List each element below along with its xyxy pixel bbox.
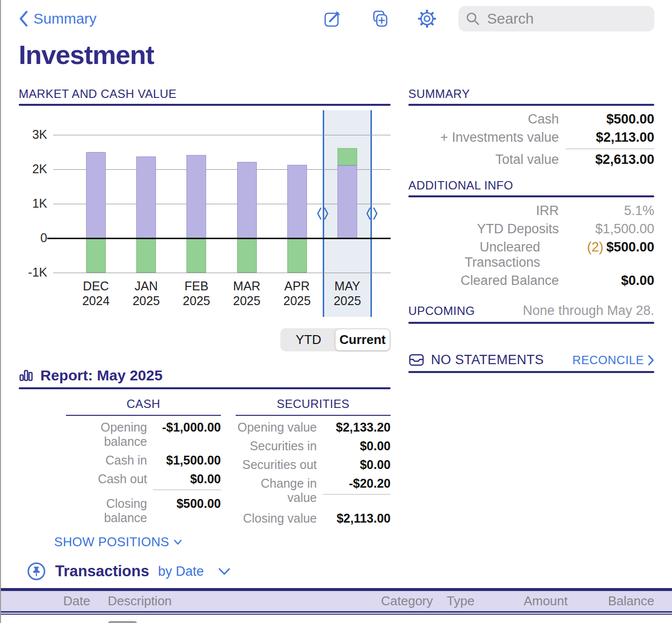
chart-bar-investments [186, 155, 206, 238]
chart-bar-cash [186, 238, 206, 273]
column-header-date[interactable]: Date [49, 593, 104, 609]
report-securities-column: SECURITIES Opening value$2,133.20 Securi… [236, 397, 391, 526]
transaction-balance: $500.00 [576, 621, 672, 623]
row-label: YTD Deposits [408, 221, 559, 237]
range-handle-right[interactable] [366, 206, 378, 223]
chart-zero-line [47, 238, 391, 239]
report-cash-column: CASH Opening balance-$1,000.00 Cash in$1… [66, 397, 221, 526]
reconcile-label: RECONCILE [573, 353, 644, 367]
securities-column-header: SECURITIES [236, 397, 391, 416]
row-label: Opening value [236, 420, 317, 435]
chart-bar-investments [287, 165, 307, 238]
transaction-date: 5/14/25 [49, 621, 104, 623]
section-rule [19, 387, 391, 389]
chevron-down-icon[interactable] [218, 568, 230, 575]
back-chevron-icon [19, 10, 29, 27]
settings-button[interactable] [417, 9, 437, 29]
row-value: 5.1% [566, 203, 654, 218]
additional-info-section-title: ADDITIONAL INFO [408, 179, 654, 192]
row-value: $0.00 [323, 439, 391, 453]
row-label: Closing value [236, 511, 317, 526]
x-axis-label: FEB2025 [171, 279, 221, 308]
x-axis-label: MAR2025 [222, 279, 272, 308]
add-copy-icon [370, 9, 389, 28]
market-cash-chart: 3K2K1K0-1KDEC2024JAN2025FEB2025MAR2025AP… [19, 108, 391, 320]
chart-bar-cash [136, 238, 156, 273]
chart-bar-investments [136, 156, 156, 238]
reconcile-button[interactable]: RECONCILE [573, 353, 654, 367]
transactions-table: Date Description Category Type Amount Ba… [0, 588, 672, 623]
transaction-description: STARTING BALANCE [143, 621, 279, 623]
back-button[interactable]: Summary [19, 10, 96, 27]
table-row[interactable]: 5/14/25 ADJ STARTING BALANCE DEP $1,500.… [0, 615, 672, 623]
report-chart-icon [19, 368, 33, 383]
page-title: Investment [19, 39, 654, 70]
adj-badge: ADJ [108, 621, 137, 623]
search-input[interactable] [486, 10, 634, 28]
chart-bar-investments [337, 165, 357, 238]
upcoming-section-title: UPCOMING [408, 305, 475, 317]
search-icon [465, 11, 480, 26]
row-value: $500.00 [606, 240, 654, 254]
uncleared-value[interactable]: (2)$500.00 [547, 240, 654, 255]
y-axis-label: -1K [19, 265, 47, 280]
row-label: Securities in [236, 439, 317, 453]
row-label: Cleared Balance [408, 273, 559, 288]
pin-icon [27, 561, 46, 581]
top-toolbar: Summary [19, 0, 654, 28]
add-account-button[interactable] [370, 9, 390, 29]
row-label: Securities out [236, 458, 317, 472]
column-header-amount[interactable]: Amount [482, 593, 576, 609]
row-value: $1,500.00 [153, 453, 221, 467]
column-header-type[interactable]: Type [438, 593, 482, 609]
show-positions-label: SHOW POSITIONS [54, 534, 169, 550]
row-label: Total value [408, 152, 559, 167]
row-value: $0.00 [323, 458, 391, 472]
no-statements-label: NO STATEMENTS [431, 352, 544, 368]
compose-button[interactable] [323, 9, 342, 29]
row-label: IRR [408, 203, 559, 218]
table-header-row: Date Description Category Type Amount Ba… [0, 591, 672, 611]
column-header-description[interactable]: Description [104, 593, 364, 609]
show-positions-button[interactable]: SHOW POSITIONS [54, 534, 391, 550]
column-header-category[interactable]: Category [364, 593, 438, 609]
row-value: $500.00 [566, 112, 654, 127]
chart-bar-cash [237, 238, 257, 273]
search-field[interactable] [458, 6, 654, 31]
uncleared-count: (2) [587, 240, 603, 254]
y-axis-label: 1K [19, 196, 47, 211]
chart-bar-cash [337, 148, 357, 165]
back-label: Summary [33, 10, 96, 27]
chart-gridline [53, 135, 391, 135]
row-label: Cash in [66, 453, 147, 467]
toggle-current[interactable]: Current [336, 329, 390, 350]
upcoming-status: None through May 28. [475, 303, 654, 318]
range-handle-left[interactable] [316, 206, 329, 223]
row-label: Change in value [236, 476, 317, 505]
gear-icon [417, 9, 437, 29]
transactions-sort-button[interactable]: by Date [158, 564, 204, 579]
row-value: $2,113.00 [323, 511, 391, 526]
row-value: -$20.20 [323, 476, 391, 495]
table-header-divider [0, 611, 672, 615]
chart-bar-cash [86, 238, 106, 273]
chart-bar-cash [287, 238, 307, 273]
section-rule [19, 104, 391, 106]
row-label: Cash out [66, 472, 147, 486]
row-label: Closing balance [66, 497, 147, 525]
chevron-right-icon [648, 355, 654, 366]
split-view-divider [0, 0, 1, 623]
chart-bar-investments [237, 162, 257, 238]
x-axis-label: JAN2025 [121, 279, 171, 308]
chart-section-title: MARKET AND CASH VALUE [19, 88, 391, 100]
toggle-ytd[interactable]: YTD [281, 329, 336, 350]
row-value: $2,133.20 [323, 420, 391, 435]
chevron-down-icon [174, 539, 182, 545]
y-axis-label: 2K [19, 162, 47, 176]
column-header-balance[interactable]: Balance [576, 593, 672, 609]
section-rule [408, 322, 654, 324]
cash-column-header: CASH [66, 397, 221, 416]
row-label: Opening balance [66, 420, 147, 449]
y-axis-label: 3K [19, 127, 47, 142]
section-rule [408, 104, 654, 106]
